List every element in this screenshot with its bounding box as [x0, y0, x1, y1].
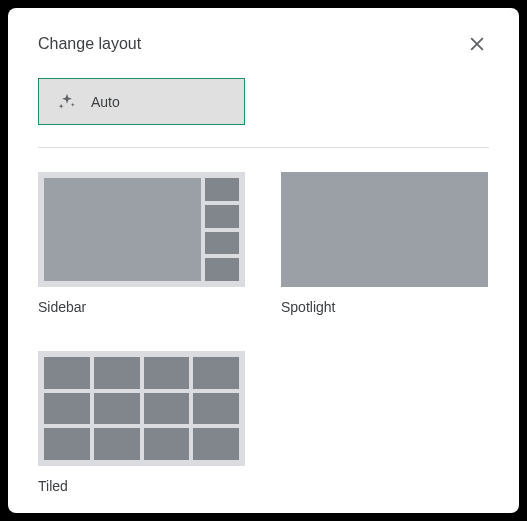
dialog-header: Change layout: [38, 32, 489, 56]
tiled-cell: [94, 357, 140, 389]
sidebar-label: Sidebar: [38, 299, 245, 315]
change-layout-dialog: Change layout Auto: [8, 8, 519, 513]
sidebar-thumb: [205, 178, 239, 201]
tiled-cell: [44, 357, 90, 389]
tiled-row: [44, 428, 239, 460]
tiled-cell: [44, 428, 90, 460]
tiled-cell: [193, 357, 239, 389]
layout-option-tiled[interactable]: Tiled: [38, 351, 245, 494]
sidebar-preview: [38, 172, 245, 287]
tiled-label: Tiled: [38, 478, 245, 494]
auto-label: Auto: [91, 94, 120, 110]
tiled-cell: [94, 393, 140, 425]
tiled-preview: [38, 351, 245, 466]
sidebar-thumb: [205, 258, 239, 281]
tiled-cell: [144, 428, 190, 460]
spotlight-preview: [281, 172, 488, 287]
tiled-cell: [193, 393, 239, 425]
layout-option-sidebar[interactable]: Sidebar: [38, 172, 245, 315]
tiled-cell: [193, 428, 239, 460]
sparkle-icon: [57, 92, 77, 112]
tiled-cell: [94, 428, 140, 460]
close-icon: [467, 34, 487, 54]
sidebar-thumbs-column: [205, 178, 239, 281]
tiled-cell: [144, 393, 190, 425]
divider: [38, 147, 489, 148]
layout-options-grid: Sidebar Spotlight: [38, 172, 489, 494]
dialog-title: Change layout: [38, 35, 141, 53]
close-button[interactable]: [465, 32, 489, 56]
layout-option-auto[interactable]: Auto: [38, 78, 245, 125]
sidebar-main-pane: [44, 178, 201, 281]
tiled-cell: [144, 357, 190, 389]
sidebar-thumb: [205, 232, 239, 255]
sidebar-thumb: [205, 205, 239, 228]
spotlight-label: Spotlight: [281, 299, 488, 315]
tiled-row: [44, 357, 239, 389]
tiled-row: [44, 393, 239, 425]
tiled-cell: [44, 393, 90, 425]
spotlight-main-pane: [281, 172, 488, 287]
layout-option-spotlight[interactable]: Spotlight: [281, 172, 488, 315]
